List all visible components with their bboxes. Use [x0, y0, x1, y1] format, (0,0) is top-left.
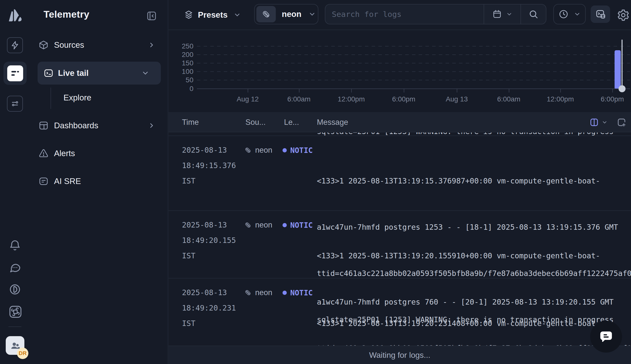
columns-layout-icon[interactable]: [589, 117, 599, 127]
status-footer: Waiting for logs...: [169, 346, 631, 364]
gridline: [197, 54, 630, 55]
sidebar: Telemetry Sources Live tail: [30, 0, 168, 364]
rail-logs-active[interactable]: [4, 62, 27, 85]
pipeline-icon: [256, 6, 276, 22]
log-time: 2025-08-1318:49:20.231IST: [182, 285, 236, 331]
app-logo-icon[interactable]: [7, 8, 23, 22]
sidebar-item-label: Live tail: [58, 68, 89, 78]
gridline: [197, 46, 630, 46]
gridline: [197, 71, 630, 72]
log-row[interactable]: 2025-08-1318:49:20.155IST neon NOTIC <13…: [169, 210, 631, 278]
y-tick-label: 250: [172, 42, 193, 50]
sidebar-item-dashboards[interactable]: Dashboards: [38, 117, 161, 134]
chevron-down-icon: [141, 69, 149, 77]
time-range-calendar-dropdown[interactable]: [484, 4, 520, 24]
add-column-icon[interactable]: [616, 117, 626, 127]
sidebar-item-sources[interactable]: Sources: [38, 36, 161, 54]
log-row[interactable]: 2025-08-1318:49:20.231IST neon NOTIC <13…: [169, 278, 631, 346]
x-tick: [612, 89, 613, 92]
log-volume-chart[interactable]: 250 200 150 100 50 0 Aug 12 6:00am 12:00…: [169, 30, 631, 112]
column-header-level[interactable]: Le...: [284, 112, 299, 132]
x-tick: [248, 89, 248, 92]
avatar-badge: DR: [17, 348, 28, 359]
search-icon: [528, 9, 539, 20]
log-table-header: Time Sou... Le... Message: [169, 112, 631, 132]
x-tick: [560, 89, 561, 92]
level-dot: [282, 148, 287, 152]
x-tick: [351, 89, 352, 92]
x-tick: [457, 89, 457, 92]
chevron-down-icon: [506, 11, 512, 18]
x-tick-label: 6:00am: [489, 95, 529, 103]
sidebar-item-alerts[interactable]: Alerts: [38, 145, 161, 162]
log-row[interactable]: 2025-08-1318:49:15.376IST neon NOTIC <13…: [169, 136, 631, 210]
layers-icon: [183, 10, 194, 20]
column-header-message[interactable]: Message: [317, 112, 348, 132]
chevron-down-icon: [233, 11, 241, 19]
x-tick: [299, 89, 299, 92]
nav-indent-line: [51, 88, 51, 109]
sidebar-item-label: Alerts: [54, 149, 75, 158]
live-cursor-dot[interactable]: [618, 85, 625, 92]
quickstart-bolt-icon[interactable]: [7, 37, 23, 53]
x-tick-label: Aug 13: [437, 95, 477, 103]
level-dot: [282, 223, 287, 227]
cube-icon: [38, 40, 50, 50]
search-submit-button[interactable]: [521, 4, 546, 24]
live-cursor-line[interactable]: [621, 40, 622, 89]
warning-triangle-icon: [38, 148, 50, 158]
log-message: <133>1 2025-08-13T13:19:20.231408+00:00 …: [317, 285, 631, 346]
sidebar-item-ai-sre[interactable]: AI SRE: [38, 172, 161, 190]
sidebar-item-label: Explore: [64, 93, 91, 102]
x-tick-label: 12:00pm: [331, 95, 371, 103]
command-menu-icon[interactable]: [9, 305, 23, 319]
log-search-bar: [325, 4, 546, 24]
message-lines-icon: [38, 176, 50, 186]
chat-bubble-icon: [598, 329, 614, 344]
topbar: Presets neon: [169, 0, 631, 30]
log-level: NOTIC: [282, 217, 313, 233]
log-rows: sqlstate=25P01 [1253] WARNING: there is …: [169, 132, 631, 346]
x-tick-label: Aug 12: [228, 95, 267, 103]
gridline: [197, 63, 630, 64]
query-code-button[interactable]: [591, 6, 610, 23]
sidebar-item-live-tail[interactable]: Live tail: [38, 62, 161, 84]
presets-dropdown[interactable]: Presets: [183, 8, 241, 22]
dashboards-grid-icon: [38, 120, 50, 130]
source-selector[interactable]: neon: [254, 4, 318, 24]
log-source: neon: [244, 142, 272, 158]
pipeline-icon: [244, 221, 252, 229]
feedback-chat-icon[interactable]: [9, 261, 22, 274]
column-header-time[interactable]: Time: [182, 112, 199, 132]
chart-bar[interactable]: [614, 50, 621, 88]
pipeline-icon: [244, 288, 252, 297]
log-level: NOTIC: [282, 142, 313, 158]
notifications-bell-icon[interactable]: [9, 239, 22, 252]
support-chat-button[interactable]: [590, 321, 622, 352]
level-dot: [282, 291, 287, 295]
theme-contrast-icon[interactable]: [9, 283, 22, 296]
presets-label: Presets: [198, 10, 227, 20]
collapse-panel-icon[interactable]: [145, 10, 158, 22]
pipeline-icon: [244, 146, 252, 154]
column-header-source[interactable]: Sou...: [245, 112, 266, 132]
settings-sliders-icon[interactable]: [7, 96, 23, 112]
source-selector-value: neon: [282, 10, 301, 19]
chevron-down-icon: [574, 11, 581, 18]
sidebar-item-label: Dashboards: [54, 121, 98, 130]
sidebar-item-label: Sources: [54, 40, 84, 50]
sidebar-item-explore[interactable]: Explore: [64, 89, 91, 106]
log-time: 2025-08-1318:49:15.376IST: [182, 142, 236, 189]
chevron-down-icon[interactable]: [602, 119, 607, 125]
gridline: [197, 80, 630, 80]
refresh-interval-dropdown[interactable]: [553, 4, 586, 24]
calendar-icon: [492, 9, 502, 19]
x-tick: [404, 89, 404, 92]
y-tick-label: 100: [172, 68, 193, 76]
x-tick: [509, 89, 509, 92]
y-tick-label: 200: [172, 51, 193, 59]
search-input[interactable]: [325, 4, 484, 24]
log-source: neon: [244, 285, 272, 300]
clock-icon: [558, 9, 569, 20]
settings-gear-icon[interactable]: [616, 8, 630, 22]
